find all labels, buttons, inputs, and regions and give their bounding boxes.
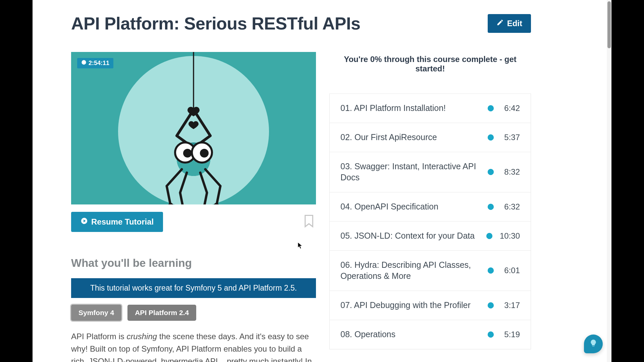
chapter-time: 6:01 (501, 266, 520, 275)
below-thumbnail-row: Resume Tutorial (71, 212, 316, 232)
chapter-title: 08. Operations (340, 329, 487, 340)
clock-icon (487, 302, 494, 309)
chapter-item[interactable]: 01. API Platform Installation!6:42 (330, 94, 531, 123)
chapter-item[interactable]: 06. Hydra: Describing API Classes, Opera… (330, 251, 531, 291)
chapter-time: 8:32 (501, 167, 520, 177)
clock-icon (487, 267, 494, 274)
desc-em: crushing (126, 332, 157, 341)
duration-badge: 2:54:11 (77, 58, 113, 68)
edit-button[interactable]: Edit (488, 14, 531, 33)
scrollbar-track (607, 0, 611, 362)
page-viewport: API Platform: Serious RESTful APIs Edit (33, 0, 611, 362)
resume-label: Resume Tutorial (91, 217, 154, 227)
chapter-item[interactable]: 02. Our First ApiResource5:37 (330, 123, 531, 152)
chapter-title: 06. Hydra: Describing API Classes, Opera… (340, 259, 487, 282)
chapter-time: 6:32 (501, 202, 520, 212)
clock-icon (486, 232, 493, 240)
chapter-title: 01. API Platform Installation! (340, 103, 487, 114)
svg-point-5 (200, 149, 209, 158)
tag-api-platform[interactable]: API Platform 2.4 (127, 305, 196, 321)
progress-message: You're 0% through this course complete -… (329, 55, 531, 73)
chapter-title: 07. API Debugging with the Profiler (340, 300, 487, 311)
chapter-title: 04. OpenAPI Specification (340, 201, 487, 213)
clock-icon (81, 60, 87, 67)
chapter-time: 6:42 (501, 104, 520, 113)
svg-point-6 (168, 203, 173, 204)
page-title: API Platform: Serious RESTful APIs (71, 13, 360, 34)
edit-icon (496, 19, 504, 28)
chapter-item[interactable]: 04. OpenAPI Specification6:32 (330, 192, 531, 222)
scrollbar-thumb[interactable] (607, 1, 611, 48)
edit-label: Edit (507, 19, 522, 28)
svg-point-4 (183, 149, 192, 158)
lightbulb-icon (589, 339, 598, 349)
course-description: API Platform is crushing the scene these… (71, 330, 316, 362)
chapter-item[interactable]: 07. API Debugging with the Profiler3:17 (330, 291, 531, 320)
chapter-title: 03. Swagger: Instant, Interactive API Do… (340, 161, 487, 184)
help-button[interactable] (584, 335, 603, 353)
svg-point-9 (214, 203, 219, 204)
info-banner: This tutorial works great for Symfony 5 … (71, 278, 316, 298)
desc-pre: API Platform is (71, 332, 126, 341)
clock-icon (487, 134, 494, 141)
chapter-time: 5:37 (501, 133, 520, 142)
chapter-title: 05. JSON-LD: Context for your Data (340, 230, 486, 242)
chapter-item[interactable]: 08. Operations5:19 (330, 320, 531, 349)
clock-icon (487, 105, 494, 112)
chapter-time: 5:19 (501, 330, 520, 339)
bookmark-button[interactable] (304, 215, 315, 229)
bookmark-icon (304, 223, 314, 229)
chapter-time: 10:30 (500, 231, 520, 241)
chapter-time: 3:17 (501, 301, 520, 310)
duration-text: 2:54:11 (89, 60, 109, 67)
spider-illustration (143, 52, 244, 204)
chapter-item[interactable]: 03. Swagger: Instant, Interactive API Do… (330, 152, 531, 193)
chapter-title: 02. Our First ApiResource (340, 132, 487, 143)
tag-row: Symfony 4 API Platform 2.4 (71, 305, 316, 321)
clock-icon (487, 168, 494, 176)
tag-symfony[interactable]: Symfony 4 (71, 305, 121, 321)
left-column: 2:54:11 Resume Tutorial (71, 52, 316, 362)
resume-button[interactable]: Resume Tutorial (71, 212, 163, 232)
play-icon (80, 217, 88, 227)
course-thumbnail[interactable]: 2:54:11 (71, 52, 316, 204)
right-column: You're 0% through this course complete -… (329, 52, 531, 362)
chapter-item[interactable]: 05. JSON-LD: Context for your Data10:30 (330, 222, 531, 251)
header-row: API Platform: Serious RESTful APIs Edit (71, 13, 595, 34)
content-area: API Platform: Serious RESTful APIs Edit (33, 0, 611, 362)
clock-icon (487, 331, 494, 338)
main-row: 2:54:11 Resume Tutorial (71, 52, 595, 362)
clock-icon (487, 203, 494, 210)
learning-heading: What you'll be learning (71, 257, 316, 269)
chapter-list: 01. API Platform Installation!6:4202. Ou… (329, 94, 531, 349)
